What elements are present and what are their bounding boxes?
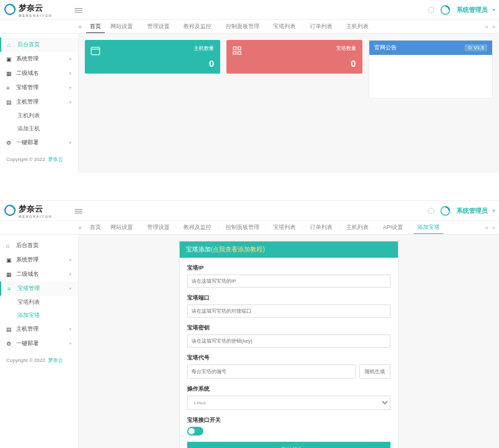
announcement-card: 官网公告 ⊙ V1.5 [369, 40, 493, 99]
chevron-down-icon: ▾ [69, 140, 72, 145]
tabs-prev-icon[interactable]: « [485, 225, 488, 231]
input-code[interactable] [187, 364, 356, 379]
sidebar-item-home[interactable]: 后台首页 [0, 37, 78, 52]
chevron-down-icon: ▾ [69, 100, 72, 105]
sidebar: 后台首页 系统管理▾ 二级域名▾ 宝塔管理▾ 主机管理▾ 主机列表 添加主机 一… [0, 34, 79, 173]
tab-tutorial[interactable]: 教程及监控 [180, 21, 215, 32]
tab-home-icon[interactable]: « [79, 225, 82, 231]
sidebar-item-system[interactable]: 系统管理▾ [0, 52, 78, 66]
admin-link[interactable]: 系统管理员 [457, 207, 488, 215]
system-icon [6, 56, 12, 62]
form-tutorial-link[interactable]: (点我查看添加教程) [211, 246, 265, 253]
brand-name: 梦奈云 [19, 2, 52, 14]
sidebar-item-system[interactable]: 系统管理▾ [0, 253, 78, 267]
tab-tutorial[interactable]: 教程及监控 [180, 222, 215, 233]
sidebar-item-host[interactable]: 主机管理▾ [0, 322, 78, 336]
tab-api[interactable]: API设置 [379, 222, 407, 233]
chevron-down-icon[interactable]: ▾ [493, 7, 495, 12]
brand-sub: MENGNAIYUN [19, 215, 52, 218]
system-icon [6, 257, 12, 263]
topbar: 梦奈云 MENGNAIYUN 系统管理员 ▾ [0, 201, 499, 221]
refresh-icon[interactable] [439, 205, 452, 217]
brand-logo[interactable]: 梦奈云 MENGNAIYUN [4, 203, 75, 218]
input-ip[interactable] [187, 275, 390, 288]
tab-home[interactable]: 首页 [86, 222, 105, 233]
tab-panel[interactable]: 控制面板管理 [222, 21, 263, 32]
tabs-next-icon[interactable]: » [492, 225, 495, 231]
label-switch: 宝塔接口开关 [187, 416, 390, 424]
host-icon [6, 326, 12, 333]
sidebar-sub-btlist[interactable]: 宝塔列表 [0, 296, 78, 309]
brand-name: 梦奈云 [19, 203, 52, 215]
tab-hosts[interactable]: 主机列表 [342, 222, 372, 233]
sidebar-item-host[interactable]: 主机管理▾ [0, 95, 78, 109]
sidebar-toggle-icon[interactable] [75, 7, 82, 13]
calendar-icon [90, 45, 101, 56]
tab-orders[interactable]: 订单列表 [306, 21, 336, 32]
svg-point-1 [441, 6, 450, 14]
sidebar-item-bt[interactable]: 宝塔管理▾ [0, 281, 78, 296]
logo-icon [4, 3, 16, 17]
stat-card-bt[interactable]: 宝塔数量 0 [226, 40, 362, 74]
sidebar-toggle-icon[interactable] [75, 208, 82, 214]
domain-icon [6, 271, 12, 278]
announce-title: 官网公告 [374, 44, 397, 52]
admin-link[interactable]: 系统管理员 [457, 6, 488, 14]
submit-button[interactable]: ✓确认添加 [187, 442, 390, 448]
stat-value: 0 [209, 58, 214, 69]
svg-rect-2 [91, 47, 100, 55]
bt-icon [6, 85, 12, 91]
sidebar-item-deploy[interactable]: 一键部署▾ [0, 336, 78, 351]
tab-hosts[interactable]: 主机列表 [342, 21, 372, 32]
tab-manage[interactable]: 管理设置 [143, 222, 173, 233]
random-gen-button[interactable]: 随机生成 [359, 364, 390, 379]
logo-icon [4, 204, 16, 218]
tab-addbt[interactable]: 添加宝塔 [414, 222, 443, 234]
copyright-link[interactable]: 梦奈云 [48, 358, 63, 363]
form-content: 宝塔添加(点我查看添加教程) 宝塔IP 宝塔端口 宝塔密钥 [79, 235, 499, 448]
svg-rect-4 [238, 47, 241, 50]
stat-card-hosts[interactable]: 主机数量 0 [85, 40, 220, 74]
util-icon[interactable] [428, 208, 434, 214]
input-key[interactable] [187, 334, 390, 348]
sidebar-sub-hostlist[interactable]: 主机列表 [0, 109, 78, 122]
svg-point-8 [441, 207, 450, 215]
brand-logo[interactable]: 梦奈云 MENGNAIYUN [4, 2, 75, 17]
sidebar-item-bt[interactable]: 宝塔管理▾ [0, 80, 78, 95]
svg-rect-5 [233, 52, 236, 55]
api-toggle[interactable] [187, 427, 203, 436]
chevron-down-icon: ▾ [69, 341, 72, 346]
tabs-prev-icon[interactable]: « [485, 24, 488, 30]
tab-panel[interactable]: 控制面板管理 [222, 222, 263, 233]
tab-home[interactable]: 首页 [86, 21, 105, 33]
tab-home-icon[interactable]: « [79, 24, 82, 30]
tab-site[interactable]: 网站设置 [107, 222, 137, 233]
copyright-link[interactable]: 梦奈云 [48, 157, 63, 162]
tab-btlist[interactable]: 宝塔列表 [269, 222, 299, 233]
chevron-down-icon: ▾ [69, 71, 72, 76]
tabs-next-icon[interactable]: » [492, 24, 495, 30]
sidebar-sub-addhost[interactable]: 添加主机 [0, 122, 78, 135]
tab-manage[interactable]: 管理设置 [143, 21, 173, 32]
util-icon[interactable] [428, 7, 434, 13]
sidebar-item-domain[interactable]: 二级域名▾ [0, 66, 78, 80]
tab-btlist[interactable]: 宝塔列表 [269, 21, 299, 32]
label-key: 宝塔密钥 [187, 324, 390, 332]
input-port[interactable] [187, 304, 390, 318]
chevron-down-icon: ▾ [69, 85, 72, 90]
chevron-down-icon[interactable]: ▾ [493, 208, 495, 213]
top-tabs: « 首页 网站设置· 管理设置· 教程及监控· 控制面板管理· 宝塔列表· 订单… [0, 221, 499, 235]
topbar: 梦奈云 MENGNAIYUN 系统管理员 ▾ [0, 0, 499, 20]
sidebar-item-home[interactable]: 后台首页 [0, 238, 78, 253]
home-icon [6, 243, 12, 249]
select-os[interactable]: Linux [187, 396, 390, 410]
tab-site[interactable]: 网站设置 [107, 21, 137, 32]
svg-rect-3 [233, 47, 236, 50]
form-header: 宝塔添加(点我查看添加教程) [180, 241, 398, 258]
sidebar-item-domain[interactable]: 二级域名▾ [0, 267, 78, 281]
sidebar-sub-addbt[interactable]: 添加宝塔 [0, 309, 78, 322]
refresh-icon[interactable] [439, 4, 452, 16]
sidebar-item-deploy[interactable]: 一键部署▾ [0, 135, 78, 150]
tab-orders[interactable]: 订单列表 [306, 222, 336, 233]
stat-title: 宝塔数量 [336, 45, 356, 52]
